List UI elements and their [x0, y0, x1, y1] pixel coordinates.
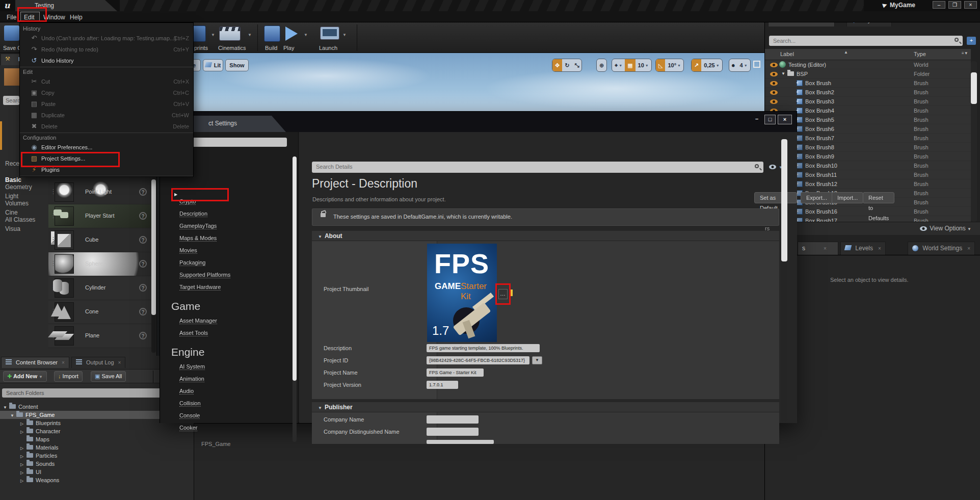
about-section-header[interactable]: ▼About	[312, 231, 779, 241]
tab-levels[interactable]: Levels×	[840, 242, 886, 255]
add-new-button[interactable]: ✚ Add New ▼	[3, 371, 47, 382]
camera-speed-value[interactable]: 4▼	[737, 59, 750, 71]
place-actor-row[interactable]: ⋮⋮ Player Start ?	[48, 204, 153, 228]
modes-scrollbar-thumb[interactable]	[151, 179, 156, 315]
search-details-input[interactable]: Search Details	[312, 162, 763, 173]
folder-row[interactable]: ▷Materials	[0, 443, 194, 452]
blueprints-button[interactable]: prints	[194, 45, 208, 51]
folder-row[interactable]: ▷UI	[0, 468, 194, 476]
sidebar-link[interactable]: Collision	[160, 397, 298, 409]
viewport-maximize-icon[interactable]	[753, 61, 760, 68]
settings-window-titlebar[interactable]: ct Settings × – □ ×	[160, 112, 797, 132]
help-icon[interactable]: ?	[139, 260, 147, 268]
help-icon[interactable]: ?	[139, 308, 147, 315]
visibility-eye-icon[interactable]	[770, 99, 778, 104]
save-all-button[interactable]: ▣ Save All	[91, 371, 126, 382]
sidebar-link[interactable]: Console	[160, 409, 298, 422]
modes-category[interactable]: Light	[5, 193, 18, 200]
place-actor-row[interactable]: ⋮⋮ Cube ?	[48, 228, 153, 252]
company-distinguished-name-field[interactable]	[427, 428, 479, 436]
menu-item[interactable]: ✖ Delete Delete	[20, 121, 193, 132]
expand-arrow-icon[interactable]: ▷	[20, 477, 25, 485]
menu-item[interactable]: ◉ Editor Preferences...	[20, 142, 193, 153]
close-icon[interactable]: ×	[118, 360, 121, 365]
menu-item[interactable]: ✂ Cut Ctrl+X	[20, 76, 193, 87]
sidebar-link[interactable]: Asset Tools	[160, 327, 298, 339]
settings-scrollbar[interactable]	[781, 134, 787, 422]
reset-to-defaults-button[interactable]: Reset to Defaults	[863, 192, 894, 203]
menu-item[interactable]: ▣ Copy Ctrl+C	[20, 87, 193, 98]
drag-handle[interactable]: ⋮⋮	[50, 307, 61, 315]
viewport-lit-button[interactable]: Lit	[203, 59, 223, 71]
close-icon[interactable]: ×	[62, 360, 65, 365]
blueprints-dropdown-arrow[interactable]: ▼	[211, 33, 215, 37]
sidebar-link[interactable]: Movies	[160, 244, 298, 256]
tab-content-browser[interactable]: Content Browser×	[1, 357, 69, 368]
import-button[interactable]: Import...	[832, 192, 863, 203]
cinematics-button[interactable]: Cinematics	[218, 45, 246, 51]
help-icon[interactable]: ?	[139, 188, 147, 196]
folder-row[interactable]: ▷Weapons	[0, 476, 194, 484]
sidebar-scrollbar[interactable]	[293, 156, 297, 442]
view-options-button[interactable]: View Options ▼	[920, 225, 971, 232]
outliner-scrollbar[interactable]	[971, 61, 977, 222]
play-button[interactable]: Play	[283, 45, 294, 51]
sidebar-link[interactable]: Animation	[160, 373, 298, 385]
project-name-field[interactable]: FPS Game - Starter Kit	[427, 369, 484, 377]
tab-world-settings[interactable]: World Settings×	[908, 242, 975, 255]
window-maximize-button[interactable]: ❐	[948, 1, 961, 9]
project-version-field[interactable]: 1.7.0.1	[427, 381, 458, 389]
scale-snap-value[interactable]: 0,25▼	[701, 59, 722, 71]
modes-scrollbar[interactable]	[151, 179, 156, 353]
tab-details-partial[interactable]: s×	[798, 242, 838, 255]
place-actor-row[interactable]: ⋮⋮ Cylinder ?	[48, 276, 153, 300]
sidebar-scrollbar-thumb[interactable]	[293, 156, 297, 381]
filter-icon[interactable]: ≡▼	[962, 51, 968, 56]
rotation-snap-toggle[interactable]: ◺	[656, 59, 665, 71]
sidebar-link[interactable]: Maps & Modes	[160, 232, 298, 244]
sidebar-link[interactable]: GameplayTags	[160, 220, 298, 232]
settings-view-options[interactable]: ▼	[769, 164, 783, 170]
help-icon[interactable]: ?	[139, 284, 147, 292]
company-name-field[interactable]	[427, 415, 479, 424]
settings-sidebar-search[interactable]	[187, 138, 287, 147]
settings-scrollbar-thumb[interactable]	[781, 139, 787, 261]
modes-category[interactable]: Rece	[5, 160, 19, 167]
menu-item[interactable]: ↶ Undo (Can't undo after: Loading map: T…	[20, 33, 193, 44]
outliner-row[interactable]: Box Brush Brush	[765, 78, 971, 88]
build-button[interactable]: Build	[265, 45, 277, 51]
viewport-show-button[interactable]: Show	[225, 59, 249, 71]
outliner-scrollbar-thumb[interactable]	[971, 72, 977, 104]
menu-help[interactable]: Help	[67, 13, 86, 22]
rotate-tool-button[interactable]: ↻	[562, 59, 572, 71]
publisher-section-header[interactable]: ▼Publisher	[312, 402, 779, 412]
close-icon[interactable]: ×	[967, 246, 970, 251]
window-close-button[interactable]: ×	[964, 1, 977, 9]
project-id-dropdown[interactable]: ▼	[532, 356, 542, 364]
menu-item[interactable]: ↺ Undo History	[20, 55, 193, 66]
close-icon[interactable]: ×	[878, 246, 881, 251]
scale-tool-button[interactable]: ⤡	[572, 59, 581, 71]
visibility-eye-icon[interactable]	[770, 90, 778, 95]
expand-arrow-icon[interactable]: ▼	[781, 69, 785, 78]
window-minimize-button[interactable]: –	[933, 1, 945, 9]
next-field-clipped[interactable]	[427, 440, 494, 444]
close-icon[interactable]: ×	[282, 120, 285, 125]
sidebar-link[interactable]: Asset Manager	[160, 314, 298, 327]
outliner-search-input[interactable]: Search...	[769, 36, 963, 46]
rotation-snap-value[interactable]: 10°▼	[665, 59, 683, 71]
sidebar-link[interactable]: Supported Platforms	[160, 269, 298, 281]
menu-item[interactable]: ▤ Paste Ctrl+V	[20, 98, 193, 110]
column-type[interactable]: Type	[914, 51, 926, 57]
outliner-row[interactable]: ▼ Testing (Editor) World	[765, 60, 971, 69]
modes-category[interactable]: All Classes	[5, 216, 35, 223]
add-actor-icon[interactable]: +	[967, 37, 976, 45]
sidebar-link[interactable]: Cooker	[160, 422, 298, 434]
cinematics-dropdown-arrow[interactable]: ▼	[248, 33, 252, 37]
menu-item[interactable]: ▦ Duplicate Ctrl+W	[20, 110, 193, 121]
column-label[interactable]: Label	[780, 51, 794, 57]
launch-button[interactable]: Launch	[319, 45, 337, 51]
scale-snap-toggle[interactable]: ↗	[692, 59, 701, 71]
place-actor-row[interactable]: ⋮⋮ Sphere ?	[48, 252, 153, 276]
move-tool-button[interactable]: ✥	[552, 59, 562, 71]
